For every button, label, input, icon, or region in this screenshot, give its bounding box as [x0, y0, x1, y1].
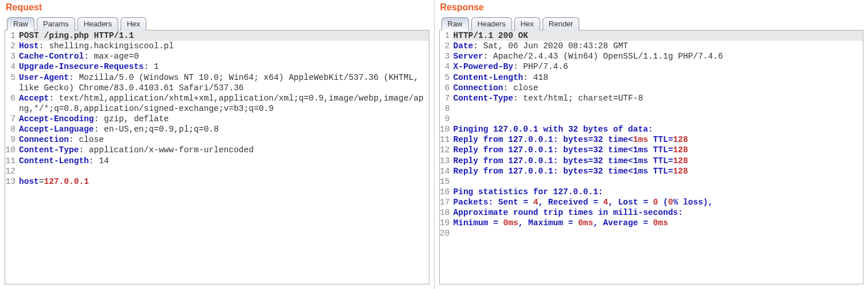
line-number: 19 — [440, 218, 454, 228]
response-line: 13Reply from 127.0.0.1: bytes=32 time<1m… — [440, 156, 863, 166]
response-line: 14Reply from 127.0.0.1: bytes=32 time<1m… — [440, 166, 863, 176]
app-root: Request RawParamsHeadersHex 1POST /ping.… — [0, 0, 868, 289]
request-tabs: RawParamsHeadersHex — [0, 17, 434, 30]
request-line: 6Accept: text/html,application/xhtml+xml… — [5, 93, 429, 114]
request-tab-headers[interactable]: Headers — [78, 17, 118, 30]
line-number: 7 — [5, 114, 19, 124]
line-number: 17 — [440, 197, 454, 207]
line-text: HTTP/1.1 200 OK — [454, 30, 863, 41]
line-number: 10 — [440, 124, 454, 134]
line-number: 9 — [5, 134, 19, 145]
request-line: 11Content-Length: 14 — [5, 156, 429, 166]
request-line: 3Cache-Control: max-age=0 — [5, 51, 429, 61]
line-text: User-Agent: Mozilla/5.0 (Windows NT 10.0… — [19, 72, 429, 93]
response-line: 12Reply from 127.0.0.1: bytes=32 time<1m… — [440, 145, 863, 155]
line-number: 9 — [440, 114, 454, 124]
line-number: 4 — [5, 61, 19, 72]
line-text: Accept: text/html,application/xhtml+xml,… — [19, 93, 429, 114]
line-number: 16 — [440, 187, 454, 197]
request-tab-raw[interactable]: Raw — [7, 17, 34, 30]
response-line: 10Pinging 127.0.0.1 with 32 bytes of dat… — [440, 124, 863, 134]
line-text: Accept-Encoding: gzip, deflate — [19, 114, 429, 124]
request-line: 9Connection: close — [5, 134, 429, 145]
line-number: 20 — [440, 228, 454, 238]
request-tab-hex[interactable]: Hex — [121, 17, 146, 30]
response-line: 1HTTP/1.1 200 OK — [440, 30, 863, 41]
line-number: 11 — [440, 134, 454, 145]
line-number: 15 — [440, 176, 454, 187]
request-line: 8Accept-Language: en-US,en;q=0.9,pl;q=0.… — [5, 124, 429, 134]
line-text: Pinging 127.0.0.1 with 32 bytes of data: — [454, 124, 863, 134]
line-text: X-Powered-By: PHP/7.4.6 — [454, 61, 863, 72]
line-number: 7 — [440, 93, 454, 103]
line-text: Content-Type: application/x-www-form-url… — [19, 145, 429, 155]
line-number: 6 — [440, 83, 454, 93]
request-code: 1POST /ping.php HTTP/1.12Host: shelling.… — [5, 30, 429, 187]
response-line: 5Content-Length: 418 — [440, 72, 863, 83]
line-number: 8 — [5, 124, 19, 134]
line-text — [19, 166, 429, 176]
response-line: 15 — [440, 176, 863, 187]
line-number: 13 — [440, 156, 454, 166]
line-text: POST /ping.php HTTP/1.1 — [19, 30, 429, 41]
line-text: Accept-Language: en-US,en;q=0.9,pl;q=0.8 — [19, 124, 429, 134]
response-line: 7Content-Type: text/html; charset=UTF-8 — [440, 93, 863, 103]
response-line: 6Connection: close — [440, 83, 863, 93]
response-code-area[interactable]: 1HTTP/1.1 200 OK2Date: Sat, 06 Jun 2020 … — [439, 30, 864, 284]
request-code-area[interactable]: 1POST /ping.php HTTP/1.12Host: shelling.… — [5, 30, 429, 284]
request-tab-params[interactable]: Params — [37, 17, 75, 30]
response-panel: Response RawHeadersHexRender 1HTTP/1.1 2… — [435, 0, 869, 289]
line-text: Host: shelling.hackingiscool.pl — [19, 41, 429, 51]
line-number: 3 — [440, 51, 454, 61]
response-line: 8 — [440, 103, 863, 114]
response-line: 20 — [440, 228, 863, 238]
response-line: 18Approximate round trip times in milli-… — [440, 207, 863, 218]
line-number: 13 — [5, 176, 19, 187]
line-number: 12 — [5, 166, 19, 176]
response-line: 19Minimum = 0ms, Maximum = 0ms, Average … — [440, 218, 863, 228]
line-number: 4 — [440, 61, 454, 72]
line-text: Reply from 127.0.0.1: bytes=32 time<1ms … — [454, 156, 863, 166]
request-line: 13host=127.0.0.1 — [5, 176, 429, 187]
line-number: 5 — [440, 72, 454, 83]
response-line: 17Packets: Sent = 4, Received = 4, Lost … — [440, 197, 863, 207]
line-text: Cache-Control: max-age=0 — [19, 51, 429, 61]
line-number: 8 — [440, 103, 454, 114]
request-line: 4Upgrade-Insecure-Requests: 1 — [5, 61, 429, 72]
response-tab-headers[interactable]: Headers — [471, 17, 512, 30]
request-line: 5User-Agent: Mozilla/5.0 (Windows NT 10.… — [5, 72, 429, 93]
request-line: 7Accept-Encoding: gzip, deflate — [5, 114, 429, 124]
request-line: 1POST /ping.php HTTP/1.1 — [5, 30, 429, 41]
line-number: 18 — [440, 207, 454, 218]
line-text — [454, 114, 863, 124]
line-number: 12 — [440, 145, 454, 155]
response-tab-render[interactable]: Render — [542, 17, 580, 30]
line-number: 2 — [440, 41, 454, 51]
request-title: Request — [0, 0, 434, 17]
line-text: Reply from 127.0.0.1: bytes=32 time<1ms … — [454, 145, 863, 155]
request-line: 12 — [5, 166, 429, 176]
line-number: 3 — [5, 51, 19, 61]
line-text: Content-Length: 418 — [454, 72, 863, 83]
line-text — [454, 176, 863, 187]
line-text: Server: Apache/2.4.43 (Win64) OpenSSL/1.… — [454, 51, 863, 61]
line-text: Reply from 127.0.0.1: bytes=32 time<1ms … — [454, 166, 863, 176]
line-text: Content-Type: text/html; charset=UTF-8 — [454, 93, 863, 103]
response-tab-hex[interactable]: Hex — [514, 17, 540, 30]
line-text: Connection: close — [454, 83, 863, 93]
response-line: 9 — [440, 114, 863, 124]
line-text: Date: Sat, 06 Jun 2020 08:43:28 GMT — [454, 41, 863, 51]
line-text: Approximate round trip times in milli-se… — [454, 207, 863, 218]
response-tab-raw[interactable]: Raw — [441, 17, 469, 30]
request-panel: Request RawParamsHeadersHex 1POST /ping.… — [0, 0, 435, 289]
line-text: Upgrade-Insecure-Requests: 1 — [19, 61, 429, 72]
line-number: 14 — [440, 166, 454, 176]
line-number: 5 — [5, 72, 19, 83]
line-number: 6 — [5, 93, 19, 103]
line-number: 11 — [5, 156, 19, 166]
line-text: Connection: close — [19, 134, 429, 145]
response-line: 2Date: Sat, 06 Jun 2020 08:43:28 GMT — [440, 41, 863, 51]
line-number: 1 — [440, 30, 454, 41]
line-text: Packets: Sent = 4, Received = 4, Lost = … — [454, 197, 863, 207]
response-line: 11Reply from 127.0.0.1: bytes=32 time<1m… — [440, 134, 863, 145]
